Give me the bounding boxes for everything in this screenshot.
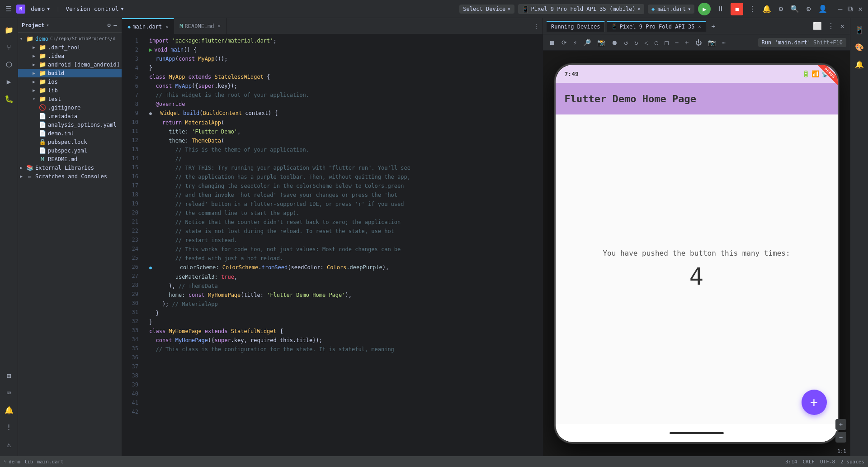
- run-volume-up-icon[interactable]: +: [683, 38, 691, 48]
- run-stop-icon[interactable]: ⏹: [547, 38, 557, 48]
- code-line-11: @override: [149, 100, 537, 109]
- more-actions-icon[interactable]: ⋮: [747, 3, 758, 15]
- device-panel-hide-icon[interactable]: ✕: [838, 20, 846, 32]
- version-control-button[interactable]: Version control ▾: [63, 4, 127, 14]
- panel-collapse-icon[interactable]: —: [113, 21, 118, 29]
- code-token: ({: [192, 83, 198, 89]
- tree-item-external-libraries[interactable]: ▶ 📚 External Libraries: [18, 163, 122, 172]
- profile-icon[interactable]: 👤: [816, 3, 829, 15]
- code-content[interactable]: import 'package:flutter/material.dart';▶…: [144, 34, 542, 456]
- run-hot-reload-icon[interactable]: ⚡: [571, 38, 579, 48]
- sidebar-item-problems[interactable]: ⚠: [1, 436, 17, 453]
- tree-item-lib[interactable]: ▶ 📁 lib: [18, 86, 122, 95]
- sidebar-item-terminal[interactable]: ⌨: [1, 385, 17, 401]
- run-apps-icon[interactable]: □: [662, 38, 670, 48]
- run-volume-down-icon[interactable]: −: [673, 38, 681, 48]
- tree-item-android[interactable]: ▶ 📁 android [demo_android]: [18, 60, 122, 69]
- run-button[interactable]: ▶: [698, 3, 711, 15]
- minimize-button[interactable]: —: [836, 3, 844, 15]
- run-rotate-left-icon[interactable]: ↺: [622, 38, 630, 48]
- phone-app-title: Flutter Demo Home Page: [565, 93, 696, 105]
- device-panel-more-icon[interactable]: ⋮: [826, 20, 836, 32]
- hamburger-menu-icon[interactable]: ☰: [4, 3, 14, 15]
- ide-settings-icon[interactable]: ⚙: [805, 3, 813, 15]
- tree-item-demo-iml[interactable]: 📄 demo.iml: [18, 129, 122, 138]
- top-bar-left: ☰ M demo ▾ | Version control ▾: [4, 3, 457, 15]
- right-sidebar-notification-icon[interactable]: 🔔: [851, 56, 868, 72]
- notifications-icon[interactable]: 🔔: [760, 3, 773, 15]
- tree-item-pubspec-yaml[interactable]: 📄 pubspec.yaml: [18, 146, 122, 155]
- run-record-icon[interactable]: ⏺: [609, 38, 620, 48]
- dot-gutter-icon-31: ●: [149, 265, 152, 270]
- right-sidebar-device-icon[interactable]: 📱: [851, 22, 868, 38]
- tree-label-pubspec-lock: pubspec.lock: [48, 139, 87, 145]
- sidebar-item-project[interactable]: 📁: [1, 22, 17, 38]
- zoom-in-button[interactable]: +: [835, 419, 846, 430]
- tree-item-build[interactable]: ▶ 📁 build: [18, 69, 122, 77]
- code-token: ());: [215, 56, 228, 62]
- tree-arrow-android-icon: ▶: [33, 62, 39, 67]
- run-screenshot-icon[interactable]: 📸: [595, 38, 607, 48]
- code-token: ,: [237, 129, 241, 135]
- tree-item-demo[interactable]: ▾ 📁 demo C:/repo/StudioProjects/d: [18, 34, 122, 43]
- run-camera-icon[interactable]: 📷: [706, 38, 718, 48]
- tree-item-readme-md[interactable]: M README.md: [18, 155, 122, 163]
- phone-nav-bar: [556, 424, 838, 442]
- tab-close-readme[interactable]: ✕: [218, 24, 221, 29]
- sidebar-item-run[interactable]: ▶: [1, 73, 17, 90]
- run-main-dart-button[interactable]: Run 'main.dart' Shift+F10: [758, 38, 846, 47]
- stop-button[interactable]: ■: [731, 3, 743, 15]
- tree-item-metadata[interactable]: 📄 .metadata: [18, 112, 122, 120]
- phone-fab-button[interactable]: +: [802, 390, 827, 415]
- sidebar-item-git[interactable]: ⑂: [1, 39, 17, 55]
- zoom-out-button[interactable]: −: [835, 432, 846, 443]
- tree-item-pubspec-lock[interactable]: 🔒 pubspec.lock: [18, 138, 122, 146]
- tree-item-test[interactable]: ▾ 📁 test: [18, 95, 122, 103]
- add-device-tab-icon[interactable]: +: [708, 23, 719, 30]
- pixel-device-selector[interactable]: 📱 Pixel 9 Pro Fold API 35 (mobile) ▾: [518, 4, 644, 14]
- tab-readme-md[interactable]: M README.md ✕: [174, 18, 226, 34]
- pixel-tab-close-icon[interactable]: ✕: [698, 24, 701, 29]
- tab-close-main-dart[interactable]: ✕: [165, 24, 168, 29]
- tree-label-build: build: [48, 70, 64, 76]
- folder-icon-android: 📁: [39, 61, 46, 68]
- run-back-icon[interactable]: ◁: [642, 38, 650, 48]
- sidebar-item-debug[interactable]: 🐛: [1, 91, 17, 107]
- pause-button[interactable]: ⏸: [714, 3, 727, 15]
- main-dart-file-selector[interactable]: ◆ main.dart ▾: [648, 5, 695, 14]
- device-panel-actions: ⬜ ⋮ ✕: [811, 20, 846, 32]
- tree-item-scratches-consoles[interactable]: ▶ ✏ Scratches and Consoles: [18, 172, 122, 181]
- run-inspect-icon[interactable]: 🔎: [581, 38, 593, 48]
- pixel-device-tab[interactable]: 📱 Pixel 9 Pro Fold API 35 ✕: [607, 21, 706, 32]
- tree-item-ios[interactable]: ▶ 📁 ios: [18, 77, 122, 86]
- tree-arrow-scratches-icon: ▶: [20, 174, 26, 179]
- project-dropdown[interactable]: demo ▾: [28, 4, 53, 14]
- run-rotate-right-icon[interactable]: ↻: [632, 38, 640, 48]
- right-sidebar-paint-icon[interactable]: 🎨: [851, 39, 868, 55]
- sidebar-item-plugins[interactable]: ⊞: [1, 367, 17, 384]
- running-devices-tab[interactable]: Running Devices: [547, 21, 605, 32]
- line-number-27: 27: [126, 272, 140, 281]
- close-button[interactable]: ✕: [856, 3, 864, 15]
- code-line-25: // Notice that the counter didn't reset …: [149, 218, 537, 227]
- restore-button[interactable]: ⧉: [846, 3, 854, 15]
- search-icon[interactable]: 🔍: [788, 3, 801, 15]
- panel-gear-icon[interactable]: ⚙: [106, 21, 112, 29]
- run-power-icon[interactable]: ⏻: [693, 38, 704, 48]
- editor-more-icon[interactable]: ⋮: [533, 23, 539, 29]
- run-home-icon[interactable]: ○: [652, 38, 660, 48]
- sidebar-item-event-log[interactable]: 🔔: [1, 402, 17, 418]
- sidebar-item-notifications[interactable]: !: [1, 419, 17, 435]
- status-branch-icon[interactable]: ⑂ demo: [4, 459, 21, 465]
- sidebar-item-android[interactable]: ⬡: [1, 56, 17, 72]
- select-device-dropdown[interactable]: Select Device ▾: [459, 5, 514, 14]
- device-panel-expand-icon[interactable]: ⬜: [811, 20, 824, 32]
- run-restart-icon[interactable]: ⟳: [559, 38, 569, 48]
- tree-item-idea[interactable]: ▶ 📁 .idea: [18, 52, 122, 60]
- tab-main-dart[interactable]: ◆ main.dart ✕: [122, 18, 174, 34]
- tree-item-analysis-options[interactable]: 📄 analysis_options.yaml: [18, 120, 122, 129]
- run-more-icon[interactable]: ⋯: [720, 38, 728, 48]
- settings-icon[interactable]: ⚙: [777, 3, 785, 15]
- tree-item-dart-tool[interactable]: ▶ 📁 .dart_tool: [18, 43, 122, 52]
- tree-item-gitignore[interactable]: 🚫 .gitignore: [18, 103, 122, 112]
